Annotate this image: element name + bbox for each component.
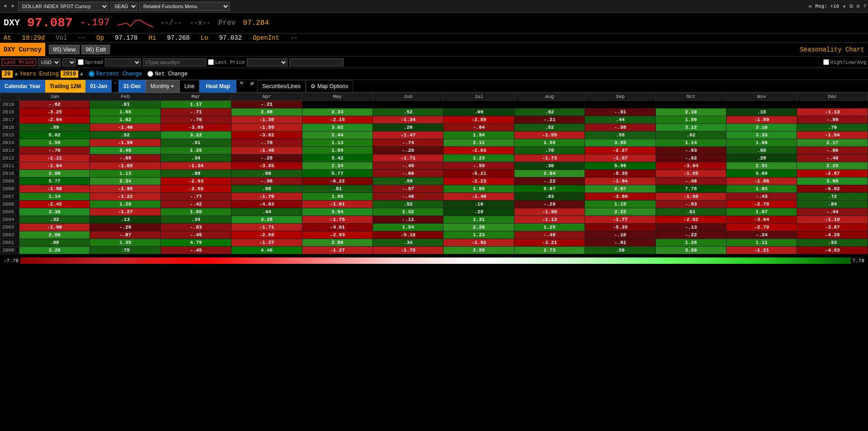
data-cell[interactable]: -.22 xyxy=(514,178,585,185)
data-cell[interactable]: -1.94 xyxy=(585,178,656,185)
data-cell[interactable]: -.42 xyxy=(160,201,231,208)
line-button[interactable]: Line xyxy=(179,80,200,93)
data-cell[interactable]: .72 xyxy=(797,193,868,201)
data-cell[interactable]: -1.86 xyxy=(726,178,797,185)
data-cell[interactable]: -.11 xyxy=(373,216,443,224)
data-cell[interactable]: -.83 xyxy=(160,224,231,231)
net-change-label[interactable]: Net Change xyxy=(147,71,188,77)
data-cell[interactable]: -.43 xyxy=(726,193,797,201)
data-cell[interactable]: 1.59 xyxy=(514,139,585,147)
data-cell[interactable]: -1.98 xyxy=(514,208,585,216)
lp-select[interactable] xyxy=(247,58,288,66)
securities-lines-button[interactable]: Securities/Lines xyxy=(257,80,306,93)
data-cell[interactable]: 3.02 xyxy=(302,124,373,131)
data-cell[interactable]: -.44 xyxy=(797,208,868,216)
data-cell[interactable]: -.22 xyxy=(656,231,726,239)
data-cell[interactable]: -.66 xyxy=(373,170,443,178)
data-cell[interactable]: 2.91 xyxy=(726,162,797,170)
data-cell[interactable]: -.10 xyxy=(585,231,656,239)
data-cell[interactable]: .52 xyxy=(373,108,443,116)
data-cell[interactable]: -1.61 xyxy=(302,201,373,208)
data-cell[interactable]: 2.06 xyxy=(19,170,90,178)
data-cell[interactable]: -.69 xyxy=(90,155,160,162)
data-cell[interactable]: 4.46 xyxy=(231,247,302,254)
hla-checkbox-label[interactable]: High/Low/Avg xyxy=(823,59,866,65)
data-cell[interactable]: .30 xyxy=(514,162,585,170)
data-cell[interactable]: 1.29 xyxy=(90,201,160,208)
data-cell[interactable]: -.29 xyxy=(373,147,443,155)
data-cell[interactable]: .26 xyxy=(373,124,443,131)
view-button[interactable]: 95) View xyxy=(49,45,80,54)
data-cell[interactable]: .88 xyxy=(160,170,231,178)
percent-change-radio[interactable] xyxy=(89,71,94,77)
data-cell[interactable]: .60 xyxy=(726,147,797,155)
data-cell[interactable]: 1.11 xyxy=(726,239,797,247)
data-cell[interactable]: 3.00 xyxy=(656,247,726,254)
data-cell[interactable]: 1.13 xyxy=(302,139,373,147)
msg-badge[interactable]: Msg: +16 xyxy=(815,4,839,9)
data-cell[interactable]: .51 xyxy=(302,185,373,193)
type-security-input[interactable] xyxy=(143,58,206,66)
calendar-year-button[interactable]: Calendar Year xyxy=(0,80,45,93)
data-cell[interactable]: -2.93 xyxy=(302,231,373,239)
data-cell[interactable]: -1.13 xyxy=(514,216,585,224)
data-cell[interactable]: .16 xyxy=(443,201,514,208)
data-cell[interactable]: -1.73 xyxy=(514,155,585,162)
data-cell[interactable]: -5.21 xyxy=(443,170,514,178)
data-cell[interactable]: 5.77 xyxy=(302,170,373,178)
data-cell[interactable]: -1.47 xyxy=(373,131,443,139)
data-cell[interactable]: -3.67 xyxy=(797,224,868,231)
data-cell[interactable]: -4.26 xyxy=(797,231,868,239)
data-cell[interactable]: 1.23 xyxy=(443,155,514,162)
data-cell[interactable]: -1.19 xyxy=(797,216,868,224)
data-cell[interactable]: .44 xyxy=(585,116,656,124)
data-cell[interactable]: .34 xyxy=(160,155,231,162)
data-cell[interactable]: -.24 xyxy=(726,231,797,239)
data-cell[interactable]: .70 xyxy=(797,124,868,131)
data-cell[interactable]: .62 xyxy=(514,108,585,116)
data-cell[interactable]: 1.03 xyxy=(726,185,797,193)
data-cell[interactable]: .58 xyxy=(585,247,656,254)
data-cell[interactable]: -1.59 xyxy=(231,124,302,131)
data-cell[interactable]: -2.82 xyxy=(656,216,726,224)
data-cell[interactable]: -6.02 xyxy=(797,185,868,193)
data-cell[interactable]: -1.75 xyxy=(302,216,373,224)
data-cell[interactable]: -1.79 xyxy=(231,193,302,201)
data-cell[interactable]: .52 xyxy=(90,131,160,139)
date2-button[interactable]: 31-Dec xyxy=(118,80,145,93)
data-cell[interactable]: -.83 xyxy=(656,201,726,208)
data-cell[interactable]: .34 xyxy=(373,239,443,247)
data-cell[interactable]: .29 xyxy=(726,155,797,162)
data-cell[interactable]: -.29 xyxy=(231,155,302,162)
data-cell[interactable] xyxy=(302,101,373,108)
data-cell[interactable]: -1.09 xyxy=(90,162,160,170)
data-cell[interactable]: 1.62 xyxy=(90,116,160,124)
data-cell[interactable]: 1.94 xyxy=(443,131,514,139)
data-cell[interactable]: 5.42 xyxy=(302,155,373,162)
data-cell[interactable]: -1.55 xyxy=(514,131,585,139)
spread-checkbox-label[interactable]: Spread xyxy=(78,59,103,65)
data-cell[interactable]: .88 xyxy=(19,239,90,247)
lp-checkbox[interactable] xyxy=(208,59,214,65)
data-cell[interactable]: 1.14 xyxy=(656,139,726,147)
data-cell[interactable]: -2.15 xyxy=(302,116,373,124)
year-plus-icon[interactable]: ▲ xyxy=(80,71,83,77)
data-cell[interactable]: -1.59 xyxy=(726,116,797,124)
data-cell[interactable]: .34 xyxy=(160,216,231,224)
data-cell[interactable]: -1.30 xyxy=(231,116,302,124)
data-cell[interactable]: 1.14 xyxy=(19,193,90,201)
data-cell[interactable]: -.21 xyxy=(231,101,302,108)
data-cell[interactable]: -.96 xyxy=(231,178,302,185)
data-cell[interactable]: -1.71 xyxy=(373,155,443,162)
data-cell[interactable]: -1.54 xyxy=(797,131,868,139)
data-cell[interactable]: -.03 xyxy=(656,147,726,155)
data-cell[interactable]: -.45 xyxy=(373,162,443,170)
data-cell[interactable]: -2.89 xyxy=(443,116,514,124)
data-cell[interactable]: -1.34 xyxy=(373,116,443,124)
data-cell[interactable]: 2.59 xyxy=(443,247,514,254)
data-cell[interactable]: -2.03 xyxy=(443,147,514,155)
data-cell[interactable]: 1.31 xyxy=(443,216,514,224)
star-icon[interactable]: ★ xyxy=(843,3,846,9)
data-cell[interactable]: -1.99 xyxy=(90,139,160,147)
heatmap-button[interactable]: Heat Map xyxy=(199,80,236,93)
